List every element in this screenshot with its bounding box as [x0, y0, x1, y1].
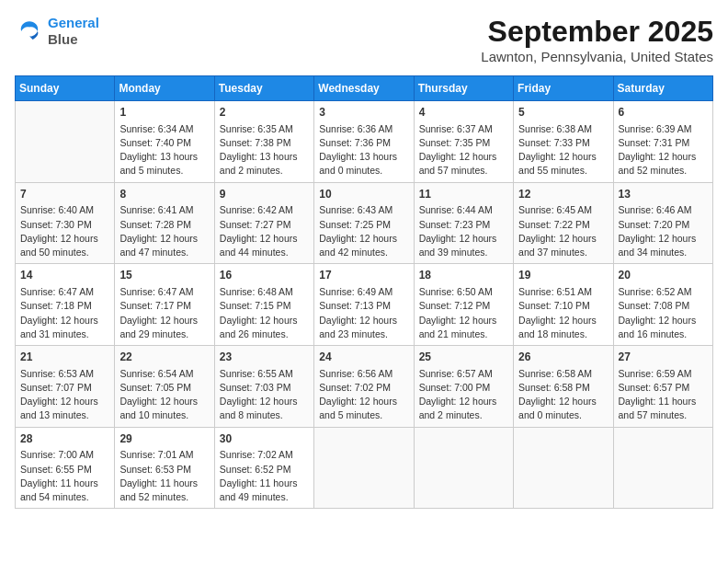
daylight-minutes: and 39 minutes. [419, 247, 488, 258]
day-number: 21 [20, 350, 109, 365]
weekday-header-monday: Monday [115, 76, 214, 101]
sunset-text: Sunset: 7:35 PM [419, 137, 491, 148]
sunrise-text: Sunrise: 6:43 AM [319, 204, 392, 215]
day-number: 1 [119, 105, 209, 121]
daylight-label: Daylight: 12 hours [220, 233, 298, 244]
day-number: 17 [319, 268, 408, 283]
daylight-label: Daylight: 12 hours [20, 233, 98, 244]
daylight-label: Daylight: 12 hours [619, 151, 697, 162]
calendar-cell: 10Sunrise: 6:43 AMSunset: 7:25 PMDayligh… [314, 182, 414, 264]
day-content: Sunrise: 6:34 AMSunset: 7:40 PMDaylight:… [119, 122, 209, 178]
daylight-minutes: and 26 minutes. [220, 328, 289, 339]
calendar-week-row: 7Sunrise: 6:40 AMSunset: 7:30 PMDaylight… [16, 182, 713, 264]
title-block: September 2025 Lawnton, Pennsylvania, Un… [481, 15, 713, 64]
calendar-week-row: 21Sunrise: 6:53 AMSunset: 7:07 PMDayligh… [16, 346, 713, 428]
daylight-label: Daylight: 12 hours [518, 151, 597, 162]
day-content: Sunrise: 7:00 AMSunset: 6:55 PMDaylight:… [20, 448, 109, 504]
day-content: Sunrise: 6:46 AMSunset: 7:20 PMDaylight:… [619, 203, 708, 259]
daylight-minutes: and 49 minutes. [220, 491, 289, 502]
sunset-text: Sunset: 7:05 PM [119, 382, 191, 393]
sunset-text: Sunset: 7:17 PM [119, 300, 191, 311]
day-content: Sunrise: 6:58 AMSunset: 6:58 PMDaylight:… [518, 367, 608, 423]
day-number: 26 [518, 350, 608, 365]
sunset-text: Sunset: 7:36 PM [319, 137, 391, 148]
sunrise-text: Sunrise: 6:40 AM [20, 204, 94, 215]
calendar-cell: 12Sunrise: 6:45 AMSunset: 7:22 PMDayligh… [514, 182, 613, 264]
daylight-minutes: and 42 minutes. [319, 247, 388, 258]
day-content: Sunrise: 6:36 AMSunset: 7:36 PMDaylight:… [319, 122, 408, 178]
daylight-label: Daylight: 11 hours [220, 477, 298, 488]
sunset-text: Sunset: 7:02 PM [319, 382, 391, 393]
sunrise-text: Sunrise: 6:59 AM [619, 368, 692, 379]
calendar-cell [514, 427, 613, 509]
sunset-text: Sunset: 6:57 PM [619, 382, 690, 393]
daylight-label: Daylight: 13 hours [319, 151, 397, 162]
day-number: 9 [220, 187, 309, 202]
daylight-minutes: and 29 minutes. [119, 328, 188, 339]
page-header: GeneralBlue September 2025 Lawnton, Penn… [15, 15, 713, 64]
daylight-label: Daylight: 13 hours [220, 151, 298, 162]
weekday-header-tuesday: Tuesday [214, 76, 313, 101]
sunset-text: Sunset: 7:38 PM [220, 137, 291, 148]
day-number: 4 [419, 105, 508, 121]
day-content: Sunrise: 6:56 AMSunset: 7:02 PMDaylight:… [319, 367, 408, 423]
sunset-text: Sunset: 7:18 PM [20, 300, 92, 311]
calendar-cell: 19Sunrise: 6:51 AMSunset: 7:10 PMDayligh… [514, 264, 613, 346]
day-content: Sunrise: 6:42 AMSunset: 7:27 PMDaylight:… [220, 203, 309, 259]
calendar-cell: 15Sunrise: 6:47 AMSunset: 7:17 PMDayligh… [115, 264, 214, 346]
daylight-label: Daylight: 12 hours [518, 396, 597, 407]
daylight-label: Daylight: 13 hours [119, 151, 198, 162]
day-number: 22 [119, 350, 209, 365]
calendar-cell: 24Sunrise: 6:56 AMSunset: 7:02 PMDayligh… [314, 346, 414, 428]
day-content: Sunrise: 6:54 AMSunset: 7:05 PMDaylight:… [119, 367, 209, 423]
day-number: 20 [619, 268, 708, 283]
daylight-label: Daylight: 12 hours [419, 315, 497, 326]
day-content: Sunrise: 6:45 AMSunset: 7:22 PMDaylight:… [518, 203, 608, 259]
sunrise-text: Sunrise: 6:48 AM [220, 286, 293, 297]
day-content: Sunrise: 6:41 AMSunset: 7:28 PMDaylight:… [119, 203, 209, 259]
daylight-minutes: and 5 minutes. [319, 409, 382, 420]
daylight-minutes: and 31 minutes. [20, 328, 89, 339]
day-number: 12 [518, 187, 608, 202]
day-number: 23 [220, 350, 309, 365]
day-number: 27 [619, 350, 708, 365]
daylight-minutes: and 5 minutes. [119, 165, 183, 176]
sunset-text: Sunset: 7:13 PM [319, 300, 391, 311]
day-number: 5 [518, 105, 608, 121]
daylight-label: Daylight: 12 hours [419, 151, 497, 162]
daylight-label: Daylight: 12 hours [20, 396, 98, 407]
sunrise-text: Sunrise: 6:46 AM [619, 204, 692, 215]
sunrise-text: Sunrise: 6:56 AM [319, 368, 392, 379]
sunrise-text: Sunrise: 7:01 AM [119, 449, 193, 460]
sunrise-text: Sunrise: 6:58 AM [518, 368, 592, 379]
day-number: 2 [220, 105, 309, 121]
day-content: Sunrise: 6:43 AMSunset: 7:25 PMDaylight:… [319, 203, 408, 259]
sunrise-text: Sunrise: 6:41 AM [119, 204, 193, 215]
daylight-minutes: and 34 minutes. [619, 247, 688, 258]
day-number: 7 [20, 187, 109, 202]
daylight-label: Daylight: 11 hours [119, 477, 198, 488]
sunrise-text: Sunrise: 6:36 AM [319, 123, 392, 134]
calendar-cell: 21Sunrise: 6:53 AMSunset: 7:07 PMDayligh… [16, 346, 115, 428]
calendar-cell: 16Sunrise: 6:48 AMSunset: 7:15 PMDayligh… [214, 264, 313, 346]
day-number: 30 [220, 431, 309, 447]
sunrise-text: Sunrise: 6:50 AM [419, 286, 493, 297]
daylight-minutes: and 47 minutes. [119, 247, 188, 258]
sunset-text: Sunset: 7:15 PM [220, 300, 291, 311]
sunset-text: Sunset: 7:12 PM [419, 300, 491, 311]
calendar-cell [314, 427, 414, 509]
sunset-text: Sunset: 6:52 PM [220, 464, 291, 475]
sunset-text: Sunset: 7:33 PM [518, 137, 590, 148]
day-content: Sunrise: 6:50 AMSunset: 7:12 PMDaylight:… [419, 285, 508, 341]
sunset-text: Sunset: 7:08 PM [619, 300, 690, 311]
day-number: 8 [119, 187, 209, 202]
sunrise-text: Sunrise: 6:45 AM [518, 204, 592, 215]
calendar-cell: 17Sunrise: 6:49 AMSunset: 7:13 PMDayligh… [314, 264, 414, 346]
sunset-text: Sunset: 7:40 PM [119, 137, 191, 148]
daylight-minutes: and 10 minutes. [119, 409, 188, 420]
day-number: 10 [319, 187, 408, 202]
daylight-label: Daylight: 12 hours [419, 396, 497, 407]
daylight-minutes: and 13 minutes. [20, 409, 89, 420]
sunrise-text: Sunrise: 7:02 AM [220, 449, 293, 460]
sunset-text: Sunset: 7:00 PM [419, 382, 491, 393]
